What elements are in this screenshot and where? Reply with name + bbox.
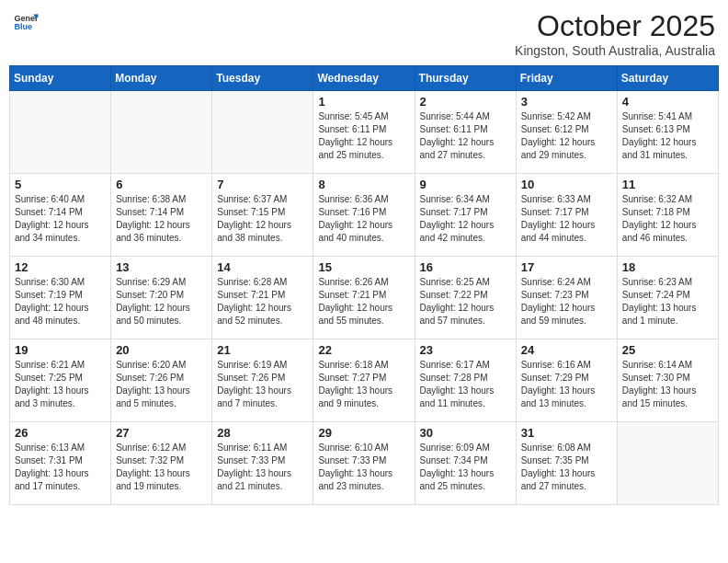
day-info: Sunrise: 6:14 AMSunset: 7:30 PMDaylight:… (622, 359, 713, 410)
day-number: 17 (521, 260, 612, 274)
day-info: Sunrise: 6:16 AMSunset: 7:29 PMDaylight:… (521, 359, 612, 410)
day-info: Sunrise: 6:21 AMSunset: 7:25 PMDaylight:… (15, 359, 106, 410)
weekday-header: Thursday (415, 66, 516, 91)
weekday-header: Friday (516, 66, 617, 91)
calendar-cell (212, 91, 313, 174)
day-info: Sunrise: 6:32 AMSunset: 7:18 PMDaylight:… (622, 193, 713, 245)
day-info: Sunrise: 5:44 AMSunset: 6:11 PMDaylight:… (420, 110, 511, 162)
calendar-cell: 17Sunrise: 6:24 AMSunset: 7:23 PMDayligh… (516, 257, 617, 339)
day-info: Sunrise: 6:11 AMSunset: 7:33 PMDaylight:… (217, 442, 308, 493)
calendar-table: SundayMondayTuesdayWednesdayThursdayFrid… (9, 65, 719, 505)
day-number: 13 (116, 260, 207, 274)
day-info: Sunrise: 6:20 AMSunset: 7:26 PMDaylight:… (116, 359, 207, 410)
day-number: 1 (318, 95, 409, 109)
day-info: Sunrise: 6:24 AMSunset: 7:23 PMDaylight:… (521, 276, 612, 327)
calendar-cell: 3Sunrise: 5:42 AMSunset: 6:12 PMDaylight… (516, 91, 617, 174)
calendar-cell: 15Sunrise: 6:26 AMSunset: 7:21 PMDayligh… (313, 257, 415, 339)
day-number: 4 (622, 95, 713, 109)
calendar-cell: 13Sunrise: 6:29 AMSunset: 7:20 PMDayligh… (111, 257, 212, 339)
day-info: Sunrise: 6:38 AMSunset: 7:14 PMDaylight:… (116, 193, 207, 245)
calendar-cell: 27Sunrise: 6:12 AMSunset: 7:32 PMDayligh… (111, 422, 212, 505)
day-number: 30 (420, 426, 511, 440)
day-number: 15 (318, 260, 409, 274)
weekday-header: Saturday (617, 66, 718, 91)
calendar-cell: 22Sunrise: 6:18 AMSunset: 7:27 PMDayligh… (313, 339, 415, 422)
day-number: 11 (622, 178, 713, 191)
day-number: 2 (420, 95, 511, 109)
weekday-header: Wednesday (313, 66, 415, 91)
day-number: 14 (217, 260, 308, 274)
day-info: Sunrise: 6:33 AMSunset: 7:17 PMDaylight:… (521, 193, 612, 245)
weekday-header: Sunday (10, 66, 111, 91)
calendar-cell: 12Sunrise: 6:30 AMSunset: 7:19 PMDayligh… (10, 257, 111, 339)
weekday-header: Monday (111, 66, 212, 91)
calendar-cell: 26Sunrise: 6:13 AMSunset: 7:31 PMDayligh… (10, 422, 111, 505)
calendar-cell: 11Sunrise: 6:32 AMSunset: 7:18 PMDayligh… (617, 174, 718, 257)
day-info: Sunrise: 6:40 AMSunset: 7:14 PMDaylight:… (15, 193, 106, 245)
day-number: 9 (420, 178, 511, 191)
calendar-cell: 1Sunrise: 5:45 AMSunset: 6:11 PMDaylight… (313, 91, 415, 174)
calendar-cell: 23Sunrise: 6:17 AMSunset: 7:28 PMDayligh… (415, 339, 516, 422)
day-number: 16 (420, 260, 511, 274)
calendar-cell: 31Sunrise: 6:08 AMSunset: 7:35 PMDayligh… (516, 422, 617, 505)
day-info: Sunrise: 6:34 AMSunset: 7:17 PMDaylight:… (420, 193, 511, 245)
calendar-cell: 10Sunrise: 6:33 AMSunset: 7:17 PMDayligh… (516, 174, 617, 257)
day-number: 19 (15, 343, 106, 357)
day-number: 26 (15, 426, 106, 440)
day-info: Sunrise: 6:17 AMSunset: 7:28 PMDaylight:… (420, 359, 511, 410)
logo-icon: General Blue (13, 9, 39, 35)
day-number: 3 (521, 95, 612, 109)
calendar-cell: 8Sunrise: 6:36 AMSunset: 7:16 PMDaylight… (313, 174, 415, 257)
page-header: General Blue October 2025 Kingston, Sout… (9, 9, 719, 58)
calendar-cell (617, 422, 718, 505)
week-row: 12Sunrise: 6:30 AMSunset: 7:19 PMDayligh… (10, 257, 719, 339)
day-info: Sunrise: 6:13 AMSunset: 7:31 PMDaylight:… (15, 442, 106, 493)
calendar-cell: 25Sunrise: 6:14 AMSunset: 7:30 PMDayligh… (617, 339, 718, 422)
day-number: 7 (217, 178, 308, 191)
calendar-cell: 5Sunrise: 6:40 AMSunset: 7:14 PMDaylight… (10, 174, 111, 257)
day-number: 21 (217, 343, 308, 357)
weekday-header: Tuesday (212, 66, 313, 91)
month-title: October 2025 (515, 9, 715, 43)
calendar-cell: 4Sunrise: 5:41 AMSunset: 6:13 PMDaylight… (617, 91, 718, 174)
logo: General Blue (13, 9, 39, 35)
calendar-cell: 9Sunrise: 6:34 AMSunset: 7:17 PMDaylight… (415, 174, 516, 257)
day-info: Sunrise: 6:29 AMSunset: 7:20 PMDaylight:… (116, 276, 207, 327)
day-info: Sunrise: 6:30 AMSunset: 7:19 PMDaylight:… (15, 276, 106, 327)
day-info: Sunrise: 5:45 AMSunset: 6:11 PMDaylight:… (318, 110, 409, 162)
day-number: 31 (521, 426, 612, 440)
calendar-cell: 2Sunrise: 5:44 AMSunset: 6:11 PMDaylight… (415, 91, 516, 174)
day-info: Sunrise: 6:19 AMSunset: 7:26 PMDaylight:… (217, 359, 308, 410)
calendar-cell: 6Sunrise: 6:38 AMSunset: 7:14 PMDaylight… (111, 174, 212, 257)
title-block: October 2025 Kingston, South Australia, … (515, 9, 715, 58)
calendar-cell: 29Sunrise: 6:10 AMSunset: 7:33 PMDayligh… (313, 422, 415, 505)
calendar-cell: 30Sunrise: 6:09 AMSunset: 7:34 PMDayligh… (415, 422, 516, 505)
calendar-cell: 19Sunrise: 6:21 AMSunset: 7:25 PMDayligh… (10, 339, 111, 422)
day-number: 10 (521, 178, 612, 191)
day-number: 28 (217, 426, 308, 440)
day-info: Sunrise: 6:28 AMSunset: 7:21 PMDaylight:… (217, 276, 308, 327)
day-number: 25 (622, 343, 713, 357)
calendar-cell: 21Sunrise: 6:19 AMSunset: 7:26 PMDayligh… (212, 339, 313, 422)
day-number: 23 (420, 343, 511, 357)
day-info: Sunrise: 6:25 AMSunset: 7:22 PMDaylight:… (420, 276, 511, 327)
calendar-cell (10, 91, 111, 174)
week-row: 26Sunrise: 6:13 AMSunset: 7:31 PMDayligh… (10, 422, 719, 505)
calendar-cell: 16Sunrise: 6:25 AMSunset: 7:22 PMDayligh… (415, 257, 516, 339)
svg-text:Blue: Blue (14, 22, 32, 31)
day-number: 18 (622, 260, 713, 274)
calendar-cell (111, 91, 212, 174)
day-info: Sunrise: 6:26 AMSunset: 7:21 PMDaylight:… (318, 276, 409, 327)
day-info: Sunrise: 5:42 AMSunset: 6:12 PMDaylight:… (521, 110, 612, 162)
day-info: Sunrise: 6:37 AMSunset: 7:15 PMDaylight:… (217, 193, 308, 245)
day-number: 27 (116, 426, 207, 440)
day-number: 8 (318, 178, 409, 191)
calendar-cell: 14Sunrise: 6:28 AMSunset: 7:21 PMDayligh… (212, 257, 313, 339)
calendar-cell: 24Sunrise: 6:16 AMSunset: 7:29 PMDayligh… (516, 339, 617, 422)
day-info: Sunrise: 6:18 AMSunset: 7:27 PMDaylight:… (318, 359, 409, 410)
week-row: 1Sunrise: 5:45 AMSunset: 6:11 PMDaylight… (10, 91, 719, 174)
location-title: Kingston, South Australia, Australia (515, 43, 715, 58)
day-info: Sunrise: 6:23 AMSunset: 7:24 PMDaylight:… (622, 276, 713, 327)
day-info: Sunrise: 5:41 AMSunset: 6:13 PMDaylight:… (622, 110, 713, 162)
day-number: 20 (116, 343, 207, 357)
